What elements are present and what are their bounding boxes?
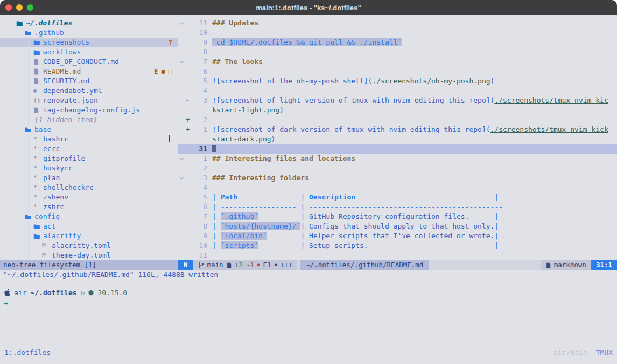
tree-item-act[interactable]: act — [0, 222, 178, 231]
status-badge: E — [154, 67, 158, 76]
editor-line[interactable]: 7| `.github` | GitHub Repository configu… — [178, 212, 617, 222]
line-number: 10 — [191, 28, 212, 38]
editor-line[interactable]: 4 — [178, 183, 617, 192]
tree-item-alacritty-toml[interactable]: Malacritty.toml — [0, 241, 178, 251]
indent-guide — [16, 47, 25, 57]
tree-item-readme-md[interactable]: README.mdE●□ — [0, 67, 178, 76]
tmux-pane-shell[interactable]: air ~/.dotfiles ↻ 20.15.0 → — [0, 280, 617, 347]
rc-icon: * — [33, 183, 42, 192]
editor-line[interactable]: 5| Path | Description | — [178, 192, 617, 202]
tree-item-tag-changelog-config-js[interactable]: tag-changelog-config.js — [0, 105, 178, 115]
editor-cursor-line[interactable]: 31 — [178, 144, 617, 154]
editor-line[interactable]: ~3![screenshot of light version of tmux … — [178, 96, 617, 105]
tree-item-label: zshenv — [43, 192, 68, 202]
tree-item-renovate-json[interactable]: {}renovate.json — [0, 96, 178, 105]
line-number: 8 — [191, 222, 212, 231]
tree-item-shellcheckrc[interactable]: *shellcheckrc — [0, 183, 178, 192]
indent-guide — [25, 134, 33, 144]
indent-guide — [25, 163, 33, 173]
tree-item-zshenv[interactable]: *zshenv — [0, 192, 178, 202]
editor-pane[interactable]: 11### Updates109`cd $HOME/.dotfiles && g… — [178, 15, 617, 260]
line-text — [212, 86, 617, 96]
editor-line[interactable]: 9`cd $HOME/.dotfiles && git pull && ./in… — [178, 38, 617, 47]
indent-guide — [16, 251, 25, 260]
tree-item-huskyrc[interactable]: *huskyrc — [0, 163, 178, 173]
tree-item-theme-day-toml[interactable]: Mtheme-day.toml — [0, 251, 178, 260]
text-segment — [267, 232, 301, 240]
tree-item-dependabot-yml[interactable]: ◉dependabot.yml — [0, 86, 178, 96]
text-segment: | — [494, 222, 499, 230]
editor-line[interactable]: 10| `scripts` | Setup scripts. | — [178, 241, 617, 251]
tree-item-github[interactable]: .github — [0, 28, 178, 38]
editor-line[interactable]: 5![screenshot of the oh-my-posh shell](.… — [178, 76, 617, 86]
hunk-dot-icon: ● — [275, 260, 277, 270]
cursor-block — [212, 145, 216, 152]
tree-item-label: workflows — [43, 47, 81, 57]
tree-item-label: alacritty — [43, 231, 81, 241]
tree-item-config[interactable]: config — [0, 212, 178, 222]
close-icon[interactable] — [5, 4, 12, 11]
git-sign — [185, 251, 191, 260]
tree-item-base[interactable]: base — [0, 125, 178, 134]
editor-line[interactable]: 9| `local/bin` | Helper scripts that I'v… — [178, 231, 617, 241]
tree-item-zshrc[interactable]: *zshrc — [0, 202, 178, 212]
fold-column — [178, 241, 185, 251]
editor-line[interactable]: +2 — [178, 115, 617, 125]
editor-line[interactable]: 11### Updates — [178, 18, 617, 28]
text-segment: ### Interesting folders — [212, 174, 309, 182]
git-status-badges: E●□ — [154, 67, 172, 76]
zoom-icon[interactable] — [27, 4, 33, 11]
line-text — [212, 183, 617, 192]
minimize-icon[interactable] — [16, 4, 23, 11]
tree-item-alacritty[interactable]: alacritty — [0, 231, 178, 241]
editor-line[interactable]: 8 — [178, 47, 617, 57]
fold-open-icon[interactable] — [178, 57, 185, 67]
tree-item-code-of-conduct-md[interactable]: CODE_OF_CONDUCT.md — [0, 57, 178, 67]
tree-item-ecrc[interactable]: *ecrc — [0, 144, 178, 154]
editor-line[interactable]: 4 — [178, 86, 617, 96]
tree-item-dotfiles[interactable]: ~/.dotfiles — [0, 18, 178, 28]
indent-guide — [25, 115, 33, 125]
tree-item-label: config — [34, 212, 60, 222]
fold-open-icon[interactable] — [178, 18, 185, 28]
shell-input-line[interactable]: → — [4, 298, 617, 308]
tree-item-security-md[interactable]: SECURITY.md — [0, 76, 178, 86]
editor-line[interactable]: 1## Interesting files and locations — [178, 154, 617, 163]
tree-item-gitprofile[interactable]: *gitprofile — [0, 154, 178, 163]
editor-line[interactable]: kstart-light.png) — [178, 105, 617, 115]
fold-open-icon[interactable] — [178, 154, 185, 163]
tree-item-label: CODE_OF_CONDUCT.md — [43, 57, 119, 67]
editor-line[interactable]: 10 — [178, 28, 617, 38]
editor-line[interactable]: 6 — [178, 67, 617, 76]
tree-item-workflows[interactable]: workflows — [0, 47, 178, 57]
terminal-window: main:1:.dotfiles - "ks~/.dotfiles" ~/.do… — [0, 0, 617, 364]
editor-line[interactable]: 3### Interesting folders — [178, 173, 617, 183]
indent-guide — [25, 144, 33, 154]
tree-item-bashrc[interactable]: *bashrc — [0, 134, 178, 144]
fold-open-icon[interactable] — [178, 173, 185, 183]
indent-guide — [25, 222, 33, 231]
markdown-icon — [33, 78, 42, 84]
tree-item-screenshots[interactable]: screenshots? — [0, 38, 178, 47]
editor-line[interactable]: 6| ------------------ | ----------------… — [178, 202, 617, 212]
git-sign — [185, 231, 191, 241]
editor-line[interactable]: 2 — [178, 163, 617, 173]
text-segment: | — [494, 193, 499, 201]
editor-line[interactable]: 11 — [178, 251, 617, 260]
tree-item-plan[interactable]: *plan — [0, 173, 178, 183]
tmux-window-tab[interactable]: 1:.dotfiles — [4, 348, 51, 356]
line-number: 10 — [191, 241, 212, 251]
editor-line[interactable]: 7## The looks — [178, 57, 617, 67]
indent-guide — [16, 38, 25, 47]
editor-line[interactable]: start-dark.png) — [178, 134, 617, 144]
indent-guide — [16, 202, 25, 212]
indent-guide — [33, 241, 42, 251]
editor-line[interactable]: +1![screenshot of dark version of tmux w… — [178, 125, 617, 134]
diff-file-icon — [227, 262, 232, 268]
text-segment — [355, 193, 494, 201]
text-segment: | — [212, 222, 221, 230]
git-sign — [185, 222, 191, 231]
tree-item-1-hidden-item[interactable]: (1 hidden item) — [0, 115, 178, 125]
text-segment: ./screenshots/oh-my-posh.png — [372, 77, 490, 85]
editor-line[interactable]: 8| `hosts/{hostname}/`| Configs that sho… — [178, 222, 617, 231]
